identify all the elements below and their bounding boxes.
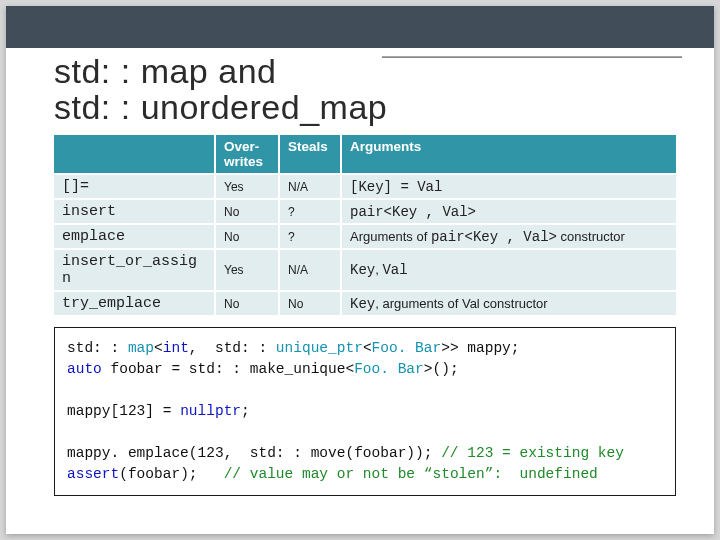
cell-over: No <box>216 225 278 248</box>
header-bar <box>6 6 714 48</box>
title-line-2: std: : unordered_map <box>54 88 387 126</box>
table-row: insert_or_assig nYesN/AKey, Val <box>54 250 676 290</box>
col-args: Arguments <box>342 135 676 173</box>
cell-over: Yes <box>216 175 278 198</box>
comparison-table: Over- writes Steals Arguments []=YesN/A … <box>52 133 678 317</box>
cell-over: Yes <box>216 250 278 290</box>
slide: std: : map and std: : unordered_map Over… <box>6 6 714 534</box>
cell-steals: N/A <box>280 250 340 290</box>
cell-args: Key, arguments of Val constructor <box>342 292 676 315</box>
cell-args: Key, Val <box>342 250 676 290</box>
title-line-1: std: : map and <box>54 52 276 90</box>
table-header-row: Over- writes Steals Arguments <box>54 135 676 173</box>
cell-steals: ? <box>280 225 340 248</box>
cell-steals: N/A <box>280 175 340 198</box>
code-sample: std: : map<int, std: : unique_ptr<Foo. B… <box>54 327 676 496</box>
cell-op: emplace <box>54 225 214 248</box>
cell-op: insert_or_assig n <box>54 250 214 290</box>
cell-args: Arguments of pair<Key , Val> constructor <box>342 225 676 248</box>
col-over: Over- writes <box>216 135 278 173</box>
table-row: []=YesN/A [Key] = Val <box>54 175 676 198</box>
header-rule <box>382 56 682 58</box>
table-row: insertNo?pair<Key , Val> <box>54 200 676 223</box>
cell-op: insert <box>54 200 214 223</box>
cell-args: [Key] = Val <box>342 175 676 198</box>
table-row: emplaceNo?Arguments of pair<Key , Val> c… <box>54 225 676 248</box>
cell-over: No <box>216 200 278 223</box>
cell-args: pair<Key , Val> <box>342 200 676 223</box>
cell-steals: No <box>280 292 340 315</box>
cell-over: No <box>216 292 278 315</box>
cell-op: try_emplace <box>54 292 214 315</box>
page-title: std: : map and std: : unordered_map <box>6 48 714 133</box>
table-row: try_emplaceNoNoKey, arguments of Val con… <box>54 292 676 315</box>
content-area: Over- writes Steals Arguments []=YesN/A … <box>6 133 714 496</box>
col-steals: Steals <box>280 135 340 173</box>
cell-steals: ? <box>280 200 340 223</box>
cell-op: []= <box>54 175 214 198</box>
col-op <box>54 135 214 173</box>
